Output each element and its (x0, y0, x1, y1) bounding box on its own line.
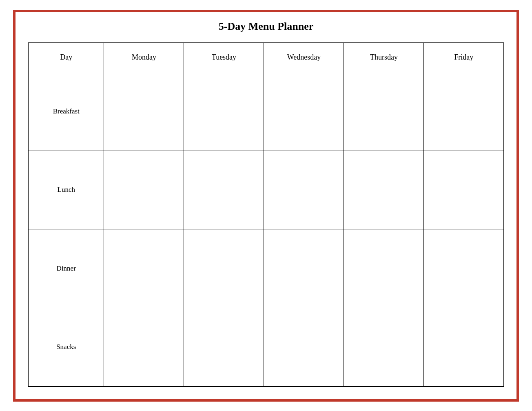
cell-lunch-monday[interactable] (104, 151, 184, 229)
row-lunch: Lunch (28, 151, 504, 229)
header-row: Day Monday Tuesday Wednesday Thursday Fr… (28, 43, 504, 72)
cell-lunch-friday[interactable] (424, 151, 504, 229)
row-snacks: Snacks (28, 308, 504, 387)
row-breakfast: Breakfast (28, 72, 504, 151)
cell-dinner-thursday[interactable] (344, 229, 424, 308)
cell-breakfast-thursday[interactable] (344, 72, 424, 151)
cell-lunch-tuesday[interactable] (184, 151, 264, 229)
header-thursday: Thursday (344, 43, 424, 72)
meal-label-dinner: Dinner (28, 229, 104, 308)
meal-label-lunch: Lunch (28, 151, 104, 229)
planner-table: Day Monday Tuesday Wednesday Thursday Fr… (28, 42, 504, 387)
cell-dinner-friday[interactable] (424, 229, 504, 308)
cell-lunch-thursday[interactable] (344, 151, 424, 229)
header-day: Day (28, 43, 104, 72)
cell-breakfast-friday[interactable] (424, 72, 504, 151)
cell-dinner-tuesday[interactable] (184, 229, 264, 308)
cell-snacks-thursday[interactable] (344, 308, 424, 387)
meal-label-snacks: Snacks (28, 308, 104, 387)
cell-snacks-monday[interactable] (104, 308, 184, 387)
cell-dinner-monday[interactable] (104, 229, 184, 308)
cell-breakfast-wednesday[interactable] (264, 72, 344, 151)
header-wednesday: Wednesday (264, 43, 344, 72)
page-title: 5-Day Menu Planner (219, 20, 314, 33)
header-tuesday: Tuesday (184, 43, 264, 72)
meal-label-breakfast: Breakfast (28, 72, 104, 151)
cell-snacks-wednesday[interactable] (264, 308, 344, 387)
header-monday: Monday (104, 43, 184, 72)
row-dinner: Dinner (28, 229, 504, 308)
cell-breakfast-monday[interactable] (104, 72, 184, 151)
cell-dinner-wednesday[interactable] (264, 229, 344, 308)
cell-breakfast-tuesday[interactable] (184, 72, 264, 151)
page-container: 5-Day Menu Planner Day Monday Tuesday We… (13, 10, 519, 402)
header-friday: Friday (424, 43, 504, 72)
cell-snacks-friday[interactable] (424, 308, 504, 387)
cell-snacks-tuesday[interactable] (184, 308, 264, 387)
cell-lunch-wednesday[interactable] (264, 151, 344, 229)
